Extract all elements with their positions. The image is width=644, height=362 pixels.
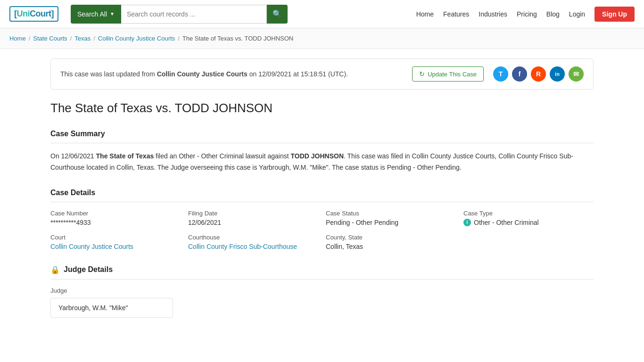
case-number-label: Case Number xyxy=(50,210,181,217)
case-number-value: **********4933 xyxy=(50,219,181,226)
courthouse-value: Collin County Frisco Sub-Courthouse xyxy=(188,243,318,250)
nav-blog[interactable]: Blog xyxy=(546,10,560,18)
search-all-button[interactable]: Search All ▼ xyxy=(71,5,121,24)
search-group: Search All ▼ 🔍 xyxy=(71,5,288,24)
breadcrumb-current: The State of Texas vs. TODD JOHNSON xyxy=(182,35,294,42)
breadcrumb-state-courts[interactable]: State Courts xyxy=(33,35,67,42)
judge-label: Judge xyxy=(50,287,594,294)
judge-name-row: Yarbrough, W.M. "Mike" xyxy=(51,298,173,317)
case-status-item: Case Status Pending - Other Pending xyxy=(326,210,456,226)
update-notice-text: This case was last updated from Collin C… xyxy=(60,70,348,78)
summary-lawsuit-type: Other - Other Criminal xyxy=(179,152,244,160)
case-type-value: i Other - Other Criminal xyxy=(463,219,594,226)
search-all-label: Search All xyxy=(77,10,107,18)
case-details-grid-bottom: Court Collin County Justice Courts Court… xyxy=(50,234,594,250)
header: [UniCourt] Search All ▼ 🔍 Home Features … xyxy=(0,0,644,28)
nav-pricing[interactable]: Pricing xyxy=(517,10,537,18)
case-summary-header: Case Summary xyxy=(50,130,594,143)
email-share-icon[interactable]: ✉ xyxy=(569,66,584,82)
social-icons: T f R in ✉ xyxy=(493,66,584,82)
summary-plaintiff: The State of Texas xyxy=(96,152,154,160)
judge-section: 🔒 Judge Details Judge Yarbrough, W.M. "M… xyxy=(50,265,594,319)
update-text-prefix: This case was last updated from Collin C… xyxy=(60,70,348,78)
signup-button[interactable]: Sign Up xyxy=(594,7,635,22)
update-notice: This case was last updated from Collin C… xyxy=(50,58,594,90)
county-state-item: County, State Collin, Texas xyxy=(326,234,456,250)
summary-judge: Yarbrough, W.M. "Mike" xyxy=(259,164,328,171)
case-status-label: Case Status xyxy=(326,210,456,217)
court-link[interactable]: Collin County Justice Courts xyxy=(50,243,133,250)
court-item: Court Collin County Justice Courts xyxy=(50,234,181,250)
refresh-icon: ↻ xyxy=(419,70,425,78)
update-prefix-label: This case was last updated from xyxy=(60,70,155,78)
logo[interactable]: [UniCourt] xyxy=(9,6,58,22)
summary-status: Pending - Other Pending xyxy=(387,164,460,171)
lock-icon: 🔒 xyxy=(50,265,60,274)
case-summary-text: On 12/06/2021 The State of Texas filed a… xyxy=(50,151,594,173)
case-type-text: Other - Other Criminal xyxy=(474,219,539,226)
update-court-name: Collin County Justice Courts xyxy=(157,70,248,78)
case-title: The State of Texas vs. TODD JOHNSON xyxy=(50,101,594,115)
reddit-share-icon[interactable]: R xyxy=(531,66,546,82)
judge-table: Yarbrough, W.M. "Mike" xyxy=(50,298,173,318)
linkedin-share-icon[interactable]: in xyxy=(550,66,565,82)
breadcrumb-sep-3: / xyxy=(93,35,95,42)
update-suffix-label: on 12/09/2021 at 15:18:51 (UTC). xyxy=(249,70,348,78)
nav-login[interactable]: Login xyxy=(569,10,585,18)
nav-industries[interactable]: Industries xyxy=(479,10,507,18)
notice-right: ↻ Update This Case T f R in ✉ xyxy=(412,66,584,82)
case-summary-section: Case Summary On 12/06/2021 The State of … xyxy=(50,130,594,173)
court-value: Collin County Justice Courts xyxy=(50,243,181,250)
breadcrumb-sep-1: / xyxy=(29,35,31,42)
breadcrumb-collin-county[interactable]: Collin County Justice Courts xyxy=(98,35,175,42)
courthouse-link[interactable]: Collin County Frisco Sub-Courthouse xyxy=(188,243,297,250)
courthouse-label: Courthouse xyxy=(188,234,318,241)
facebook-share-icon[interactable]: f xyxy=(512,66,527,82)
summary-location: Collin, Texas xyxy=(116,164,154,171)
nav-features[interactable]: Features xyxy=(443,10,469,18)
case-type-label: Case Type xyxy=(463,210,594,217)
breadcrumb-texas[interactable]: Texas xyxy=(74,35,91,42)
court-label: Court xyxy=(50,234,181,241)
filing-date-item: Filing Date 12/06/2021 xyxy=(188,210,318,226)
main-content: This case was last updated from Collin C… xyxy=(39,49,605,344)
judge-section-header: 🔒 Judge Details xyxy=(50,265,594,280)
case-status-value: Pending - Other Pending xyxy=(326,219,456,226)
breadcrumb-sep-2: / xyxy=(70,35,72,42)
breadcrumb-home[interactable]: Home xyxy=(9,35,26,42)
empty-item xyxy=(463,234,594,250)
case-type-item: Case Type i Other - Other Criminal xyxy=(463,210,594,226)
county-state-label: County, State xyxy=(326,234,456,241)
search-input[interactable] xyxy=(121,5,267,24)
summary-date: 12/06/2021 xyxy=(61,152,94,160)
county-state-value: Collin, Texas xyxy=(326,243,456,250)
courthouse-item: Courthouse Collin County Frisco Sub-Cour… xyxy=(188,234,318,250)
case-details-header: Case Details xyxy=(50,189,594,202)
search-icon: 🔍 xyxy=(272,9,282,18)
summary-court: Collin County Justice Courts xyxy=(412,152,495,160)
filing-date-label: Filing Date xyxy=(188,210,318,217)
case-details-grid-top: Case Number **********4933 Filing Date 1… xyxy=(50,210,594,226)
logo-text[interactable]: [UniCourt] xyxy=(9,6,58,22)
breadcrumb: Home / State Courts / Texas / Collin Cou… xyxy=(0,28,644,49)
nav-home[interactable]: Home xyxy=(416,10,434,18)
info-icon: i xyxy=(463,219,471,226)
breadcrumb-sep-4: / xyxy=(178,35,180,42)
update-btn-label: Update This Case xyxy=(428,71,477,78)
filing-date-value: 12/06/2021 xyxy=(188,219,318,226)
case-details-section: Case Details Case Number **********4933 … xyxy=(50,189,594,250)
judge-section-label: Judge Details xyxy=(64,265,113,274)
twitter-share-icon[interactable]: T xyxy=(493,66,508,82)
summary-defendant: TODD JOHNSON xyxy=(290,152,344,160)
main-nav: Home Features Industries Pricing Blog Lo… xyxy=(416,7,635,22)
search-button[interactable]: 🔍 xyxy=(267,5,288,24)
case-number-item: Case Number **********4933 xyxy=(50,210,181,226)
update-case-button[interactable]: ↻ Update This Case xyxy=(412,66,484,82)
chevron-down-icon: ▼ xyxy=(110,11,115,16)
